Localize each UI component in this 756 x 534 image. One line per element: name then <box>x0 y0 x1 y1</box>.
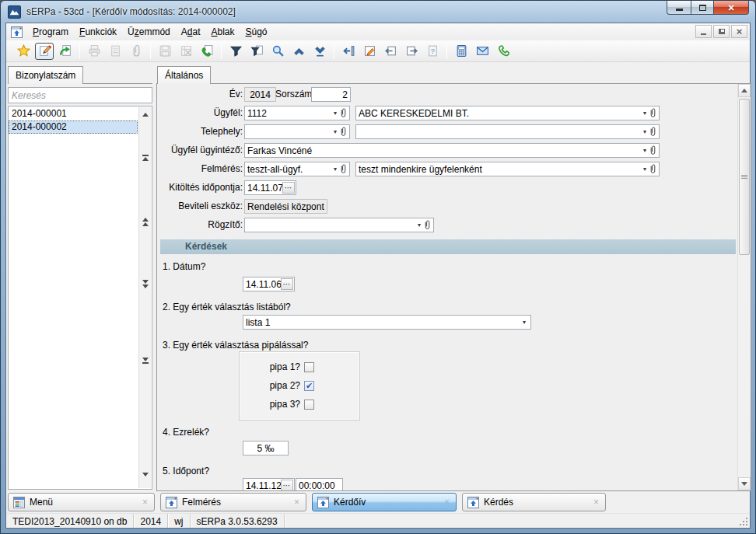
search-button[interactable] <box>268 43 287 60</box>
menu-program[interactable]: Program <box>27 24 74 40</box>
dropdown-icon[interactable]: ▾ <box>332 110 339 117</box>
list-scrollbar[interactable] <box>138 107 151 488</box>
export-excel-button[interactable] <box>177 43 195 60</box>
checkbox-pipa2[interactable]: ✔ <box>304 381 314 391</box>
menu-funkciok[interactable]: Funkciók <box>74 24 122 40</box>
mdi-child-icon[interactable] <box>11 26 23 38</box>
tab-bizonylatszam[interactable]: Bizonylatszám <box>8 66 83 84</box>
paperclip-icon[interactable] <box>340 164 347 174</box>
mdi-restore-button[interactable] <box>713 25 730 38</box>
tab-altalanos[interactable]: Általános <box>157 66 211 84</box>
checkbox-pipa3[interactable]: ✔ <box>304 400 314 410</box>
scroll-down-icon[interactable] <box>139 473 152 476</box>
paperclip-icon[interactable] <box>649 145 656 155</box>
maximize-button[interactable] <box>691 0 714 15</box>
rogzito-combo[interactable]: ▾ <box>244 218 434 232</box>
felmeres-name-combo[interactable]: teszt mindenkire ügyfelenként▾ <box>355 162 660 176</box>
minimize-button[interactable] <box>667 0 691 15</box>
dropdown-icon[interactable]: ▾ <box>332 128 339 135</box>
filter-button[interactable] <box>226 43 245 60</box>
date-picker-button[interactable]: ⋯ <box>281 278 293 290</box>
search-input[interactable] <box>8 87 152 103</box>
scroll-down-button[interactable] <box>310 43 329 60</box>
record-forward-button[interactable] <box>402 43 421 60</box>
paperclip-icon[interactable] <box>340 127 347 137</box>
dropdown-icon[interactable]: ▾ <box>642 147 649 154</box>
telephely-code-combo[interactable]: ▾ <box>244 124 350 139</box>
ugyfel-code-combo[interactable]: 1112▾ <box>244 106 350 120</box>
tab-close-icon[interactable]: × <box>443 497 451 507</box>
paperclip-icon[interactable] <box>424 220 431 230</box>
list-item[interactable]: 2014-000001 <box>9 107 138 120</box>
question-5-time-field[interactable]: 00:00:00 <box>296 478 343 491</box>
calculator-button[interactable] <box>452 43 471 60</box>
close-button[interactable]: × <box>714 0 749 15</box>
print-list-button[interactable] <box>106 43 124 60</box>
question-5-date-field[interactable]: 14.11.12. ⋯ <box>243 478 295 491</box>
ugyintezo-combo[interactable]: Farkas Vincéné▾ <box>244 143 660 158</box>
mail-button[interactable] <box>473 43 492 60</box>
kitoltes-date-field[interactable]: 14.11.07. ⋯ <box>244 180 296 195</box>
attachment-button[interactable] <box>127 43 145 60</box>
dropdown-icon[interactable]: ▾ <box>642 110 649 117</box>
scroll-bottom-icon[interactable] <box>139 358 152 365</box>
dropdown-icon[interactable]: ▾ <box>332 166 339 173</box>
question-1-date-field[interactable]: 14.11.06. ⋯ <box>243 277 295 291</box>
tab-menu[interactable]: Menü × <box>8 493 155 511</box>
checkbox-pipa1[interactable]: ✔ <box>304 362 314 372</box>
record-back-button[interactable] <box>381 43 400 60</box>
revert-button[interactable] <box>56 43 75 60</box>
scrollbar-up-button[interactable] <box>738 84 751 97</box>
dropdown-icon[interactable]: ▾ <box>642 166 649 173</box>
tab-kerdoiv-active[interactable]: Kérdőív × <box>312 493 457 511</box>
new-button[interactable] <box>14 43 33 60</box>
question-4-field[interactable]: 5 ‰ <box>243 441 289 455</box>
tab-kerdes[interactable]: Kérdés × <box>462 493 606 511</box>
paperclip-icon[interactable] <box>649 164 656 174</box>
scrollbar-down-button[interactable] <box>738 477 751 490</box>
tab-close-icon[interactable]: × <box>292 497 301 507</box>
question-2-combo[interactable]: lista 1▾ <box>243 315 531 330</box>
menu-uzemmod[interactable]: Üzemmód <box>122 24 176 40</box>
tab-felmeres[interactable]: Felmérés × <box>160 493 306 511</box>
date-picker-button[interactable]: ⋯ <box>281 480 293 491</box>
scrollbar-thumb[interactable] <box>739 99 750 255</box>
save-button[interactable] <box>156 43 174 60</box>
edit-button[interactable] <box>35 43 54 60</box>
filter-document-button[interactable] <box>247 43 266 60</box>
date-picker-button[interactable]: ⋯ <box>282 182 295 194</box>
dropdown-icon[interactable]: ▾ <box>521 319 528 326</box>
scroll-up-icon[interactable] <box>139 113 152 117</box>
menu-adat[interactable]: Adat <box>176 24 206 40</box>
edit-document-button[interactable] <box>360 43 379 60</box>
window-arrow-right-icon <box>405 44 418 58</box>
menu-sugo[interactable]: Súgó <box>240 24 273 40</box>
sorszam-field[interactable]: 2 <box>311 87 351 102</box>
paperclip-icon[interactable] <box>649 108 656 118</box>
menu-bar: Program Funkciók Üzemmód Adat Ablak Súgó… <box>6 23 750 40</box>
menu-ablak[interactable]: Ablak <box>205 24 240 40</box>
help-document-button[interactable]: ? <box>423 43 442 60</box>
telephely-name-combo[interactable]: ▾ <box>355 124 660 139</box>
tab-close-icon[interactable]: × <box>141 497 149 507</box>
form-scrollbar[interactable] <box>737 84 751 490</box>
mdi-close-button[interactable]: × <box>731 25 747 38</box>
page-down-icon[interactable] <box>139 280 152 288</box>
resize-grip[interactable] <box>737 514 750 528</box>
scroll-top-icon[interactable] <box>139 154 152 161</box>
page-up-icon[interactable] <box>139 218 152 226</box>
phone-button[interactable] <box>494 43 513 60</box>
paperclip-icon[interactable] <box>649 127 656 137</box>
dropdown-icon[interactable]: ▾ <box>416 222 423 229</box>
paperclip-icon[interactable] <box>340 108 347 118</box>
scroll-up-button[interactable] <box>289 43 308 60</box>
print-button[interactable] <box>85 43 103 60</box>
tab-close-icon[interactable]: × <box>592 497 600 507</box>
navigate-menu-button[interactable] <box>339 43 358 60</box>
list-item-selected[interactable]: 2014-000002 <box>9 120 138 134</box>
mdi-minimize-button[interactable] <box>695 25 712 38</box>
ugyfel-name-combo[interactable]: ABC KERESKEDELMI BT.▾ <box>355 106 660 120</box>
felmeres-code-combo[interactable]: teszt-all-ügyf.▾ <box>244 162 350 176</box>
dropdown-icon[interactable]: ▾ <box>642 128 649 135</box>
call-document-button[interactable] <box>198 43 216 60</box>
